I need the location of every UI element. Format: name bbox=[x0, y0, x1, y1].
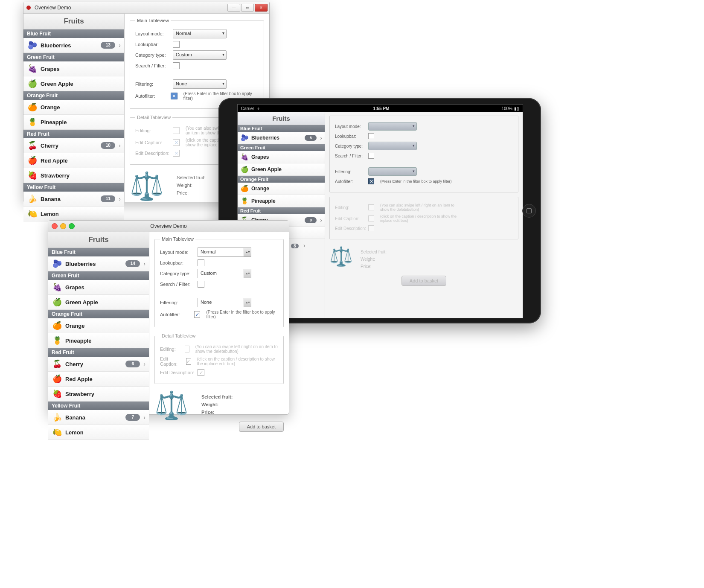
category-header-orange: Orange Fruit bbox=[238, 176, 325, 183]
list-item-label: Blueberries bbox=[251, 135, 305, 141]
list-item-grapes[interactable]: 🍇 Grapes bbox=[238, 151, 325, 163]
overview-demo-window-mac: Overview Demo Fruits Blue Fruit 🫐 Bluebe… bbox=[48, 220, 289, 415]
editing-checkbox[interactable] bbox=[368, 204, 374, 210]
add-to-basket-button[interactable]: Add to basket bbox=[239, 422, 284, 432]
green-apple-icon: 🍏 bbox=[27, 79, 38, 88]
label-search-filter: Search / Filter: bbox=[160, 282, 198, 287]
layout-mode-select[interactable]: Normal bbox=[198, 247, 251, 257]
list-item-banana[interactable]: 🍌 Banana 7 › bbox=[48, 410, 149, 425]
window-title: Overview Demo bbox=[35, 5, 71, 11]
lookupbar-checkbox[interactable] bbox=[173, 41, 180, 48]
zoom-button[interactable] bbox=[69, 223, 75, 229]
list-item-cherry[interactable]: 🍒 Cherry 10 › bbox=[23, 138, 124, 153]
maximize-button[interactable]: ▭ bbox=[241, 4, 254, 12]
editing-checkbox[interactable] bbox=[185, 346, 189, 352]
category-header-red: Red Fruit bbox=[23, 130, 124, 138]
list-item-label: Green Apple bbox=[41, 81, 121, 87]
list-item-pineapple[interactable]: 🍍 Pineapple bbox=[238, 195, 325, 207]
filtering-select[interactable]: None bbox=[173, 79, 227, 89]
list-item-green-apple[interactable]: 🍏 Green Apple bbox=[48, 295, 149, 310]
autofilter-hint: (Press Enter in the filter box to apply … bbox=[206, 310, 278, 319]
count-badge: 11 bbox=[101, 195, 115, 202]
list-item-strawberry[interactable]: 🍓 Strawberry bbox=[48, 387, 149, 402]
label-editing: Editing: bbox=[135, 128, 173, 133]
autofilter-checkbox[interactable]: ✓ bbox=[194, 311, 201, 318]
filtering-select[interactable]: None bbox=[198, 298, 251, 307]
home-button[interactable] bbox=[522, 204, 536, 218]
minimize-button[interactable] bbox=[60, 223, 66, 229]
list-item-blueberries[interactable]: 🫐 Blueberries 14 › bbox=[48, 256, 149, 271]
list-title: Fruits bbox=[48, 232, 149, 248]
autofilter-checkbox[interactable]: ✕ bbox=[171, 93, 177, 99]
list-item-green-apple[interactable]: 🍏 Green Apple bbox=[238, 163, 325, 176]
list-item-cherry[interactable]: 🍒 Cherry 6 › bbox=[48, 357, 149, 372]
grapes-icon: 🍇 bbox=[240, 153, 249, 161]
label-edit-caption: Edit Caption: bbox=[135, 140, 173, 145]
list-item-lemon[interactable]: 🍋 Lemon bbox=[48, 425, 149, 440]
search-filter-checkbox[interactable] bbox=[198, 281, 204, 288]
label-layout-mode: Layout mode: bbox=[135, 31, 173, 36]
add-to-basket-button[interactable]: Add to basket bbox=[401, 276, 446, 286]
close-button[interactable]: ✕ bbox=[255, 4, 268, 12]
chevron-right-icon: › bbox=[320, 134, 322, 141]
list-item-red-apple[interactable]: 🍎 Red Apple bbox=[23, 153, 124, 168]
edit-description-checkbox[interactable]: ✓ bbox=[198, 369, 204, 376]
close-button[interactable] bbox=[52, 223, 58, 229]
list-item-label: Pineapple bbox=[251, 198, 322, 204]
layout-mode-select[interactable]: Normal bbox=[173, 29, 227, 38]
category-type-select[interactable]: Custom bbox=[198, 269, 251, 278]
autofilter-checkbox[interactable]: ✕ bbox=[368, 178, 374, 184]
overflow-badge: 8 › bbox=[291, 242, 305, 250]
edit-description-checkbox[interactable] bbox=[368, 225, 374, 231]
label-edit-description: Edit Description: bbox=[335, 226, 368, 231]
label-edit-caption: Edit Caption: bbox=[335, 216, 368, 221]
list-item-grapes[interactable]: 🍇 Grapes bbox=[23, 61, 124, 76]
editing-checkbox[interactable] bbox=[173, 127, 180, 134]
list-item-orange[interactable]: 🍊 Orange bbox=[48, 318, 149, 333]
orange-icon: 🍊 bbox=[27, 102, 38, 112]
list-item-pineapple[interactable]: 🍍 Pineapple bbox=[48, 333, 149, 348]
list-item-lemon[interactable]: 🍋 Lemon bbox=[23, 207, 124, 221]
list-item-blueberries[interactable]: 🫐 Blueberries 13 › bbox=[23, 38, 124, 53]
editing-hint: (You can also swipe left / right on an i… bbox=[195, 344, 278, 354]
category-type-select[interactable]: Custom bbox=[173, 50, 227, 60]
titlebar[interactable]: Overview Demo — ▭ ✕ bbox=[23, 2, 269, 14]
list-item-pineapple[interactable]: 🍍 Pineapple bbox=[23, 115, 124, 130]
titlebar[interactable]: Overview Demo bbox=[48, 221, 289, 232]
list-item-green-apple[interactable]: 🍏 Green Apple bbox=[23, 76, 124, 91]
lemon-icon: 🍋 bbox=[27, 209, 38, 218]
lookupbar-checkbox[interactable] bbox=[368, 133, 374, 139]
label-lookupbar: Lookupbar: bbox=[335, 134, 368, 139]
minimize-button[interactable]: — bbox=[227, 4, 240, 12]
label-price: Price: bbox=[361, 264, 387, 269]
list-item-orange[interactable]: 🍊 Orange bbox=[23, 100, 124, 115]
list-item-label: Green Apple bbox=[251, 166, 322, 172]
list-item-strawberry[interactable]: 🍓 Strawberry bbox=[23, 168, 124, 183]
list-item-orange[interactable]: 🍊 Orange bbox=[238, 183, 325, 195]
window-title: Overview Demo bbox=[150, 223, 186, 229]
list-item-blueberries[interactable]: 🫐 Blueberries 8 › bbox=[238, 132, 325, 144]
list-item-red-apple[interactable]: 🍎 Red Apple bbox=[48, 372, 149, 387]
list-item-banana[interactable]: 🍌 Banana 11 › bbox=[23, 192, 124, 207]
list-item-label: Red Apple bbox=[41, 157, 121, 164]
grapes-icon: 🍇 bbox=[27, 64, 38, 73]
edit-caption-checkbox[interactable] bbox=[368, 215, 374, 221]
lookupbar-checkbox[interactable] bbox=[198, 259, 204, 266]
category-type-select[interactable] bbox=[368, 142, 417, 150]
search-filter-checkbox[interactable] bbox=[368, 153, 374, 159]
count-badge: 8 bbox=[305, 217, 317, 223]
blueberries-icon: 🫐 bbox=[240, 134, 249, 142]
edit-caption-checkbox[interactable]: ✓ bbox=[186, 358, 191, 365]
edit-caption-checkbox[interactable]: ✕ bbox=[173, 139, 180, 146]
blueberries-icon: 🫐 bbox=[27, 41, 38, 50]
grapes-icon: 🍇 bbox=[52, 282, 63, 292]
list-item-grapes[interactable]: 🍇 Grapes bbox=[48, 280, 149, 295]
edit-caption-hint: (click on the caption / description to s… bbox=[197, 357, 278, 366]
list-item-label: Blueberries bbox=[65, 261, 125, 267]
edit-description-checkbox[interactable]: ✕ bbox=[173, 150, 180, 157]
search-filter-checkbox[interactable] bbox=[173, 62, 180, 69]
layout-mode-select[interactable] bbox=[368, 122, 417, 131]
category-header-green: Green Fruit bbox=[23, 53, 124, 61]
filtering-select[interactable] bbox=[368, 167, 417, 176]
chevron-right-icon: › bbox=[320, 217, 322, 224]
